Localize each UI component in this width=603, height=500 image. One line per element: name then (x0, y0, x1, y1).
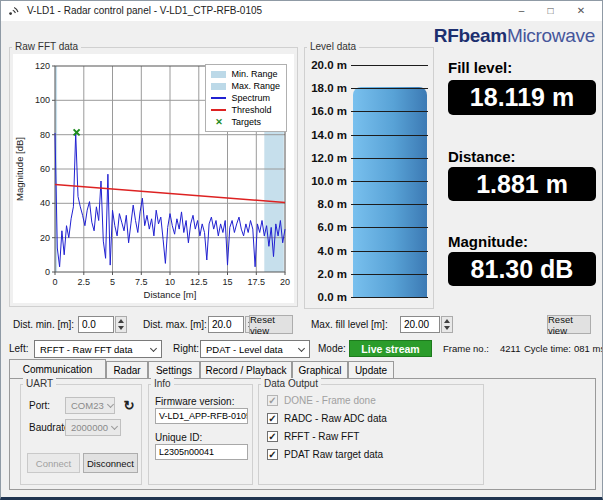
svg-text:17.5: 17.5 (248, 277, 266, 287)
fill-level-label: Fill level: (448, 59, 512, 76)
disconnect-button[interactable]: Disconnect (83, 453, 138, 473)
svg-text:10: 10 (165, 277, 175, 287)
legend-max-range: Max. Range (231, 80, 280, 92)
chevron-down-icon (150, 344, 157, 351)
magnitude-value: 81.30 dB (448, 252, 596, 286)
legend-threshold: Threshold (231, 104, 271, 116)
tab-graphical[interactable]: Graphical (292, 361, 348, 378)
tab-update[interactable]: Update (348, 361, 394, 378)
unique-id-field[interactable]: L2305n00041 (155, 444, 248, 460)
port-label: Port: (29, 400, 50, 411)
connect-button: Connect (27, 453, 80, 473)
communication-tab-panel: UART Port: COM23 ↻ Baudrate: 2000000 Con… (9, 378, 596, 490)
radc-checkbox-label: RADC - Raw ADC data (284, 413, 387, 424)
right-chart-select[interactable]: PDAT - Level data (200, 340, 310, 358)
fill-level-value: 18.119 m (448, 80, 596, 115)
pdat-checkbox[interactable]: ✓ (267, 449, 278, 460)
firmware-version-field[interactable]: V-LD1_APP-RFB-0105 (155, 408, 248, 424)
min-range-swatch-icon (211, 71, 226, 78)
legend-min-range: Min. Range (231, 68, 277, 80)
fft-chart-area[interactable]: 02.557.51012.51517.520020406080100120Dis… (13, 54, 294, 303)
left-chart-selected-value: RFFT - Raw FFT data (40, 344, 133, 355)
dist-min-stepper[interactable]: 0.0 (78, 316, 127, 333)
dist-min-input[interactable]: 0.0 (78, 316, 114, 333)
max-fill-stepper[interactable]: 20.00 (400, 316, 453, 333)
max-range-swatch-icon (211, 83, 226, 90)
level-data-group: Level data 20.0 m 18.0 m 16.0 m 14.0 m 1… (304, 47, 434, 309)
gauge-tick: 12.0 m (311, 151, 347, 165)
gauge-tick: 14.0 m (311, 128, 347, 142)
dist-min-down-button[interactable] (116, 325, 126, 333)
rfft-checkbox[interactable]: ✓ (267, 431, 278, 442)
max-fill-down-button[interactable] (442, 325, 452, 333)
raw-fft-group: Raw FFT data 02.557.51012.51517.52002040… (9, 47, 298, 307)
spectrum-line-icon (211, 97, 226, 99)
unique-id-label: Unique ID: (155, 432, 202, 443)
svg-text:120: 120 (35, 61, 50, 71)
done-checkbox-label: DONE - Frame done (284, 395, 376, 406)
data-output-group: Data Output ✓ DONE - Frame done ✓ RADC -… (258, 384, 484, 485)
gauge-tick: 10.0 m (311, 174, 347, 188)
svg-text:20: 20 (40, 233, 50, 243)
logo-bold-text: RFbeam (434, 25, 507, 46)
dist-min-label: Dist. min. [m]: (13, 319, 74, 330)
info-group-label: Info (151, 378, 174, 389)
app-icon (8, 5, 20, 17)
level-data-group-label: Level data (307, 41, 359, 52)
spinner-down-icon (118, 326, 124, 330)
svg-text:80: 80 (40, 130, 50, 140)
spinner-up-icon (444, 319, 450, 323)
chevron-down-icon (107, 401, 114, 408)
gauge-tick: 0.0 m (318, 290, 347, 304)
close-button[interactable]: ✕ (566, 1, 596, 20)
frame-no-label: Frame no.: (443, 343, 489, 354)
refresh-ports-icon[interactable]: ↻ (120, 396, 138, 414)
svg-text:0: 0 (45, 267, 50, 277)
tab-communication[interactable]: Communication (9, 359, 106, 378)
level-reset-view-button[interactable]: Reset view (547, 315, 591, 334)
app-window: V-LD1 - Radar control panel - V-LD1_CTP-… (0, 0, 603, 500)
minimize-button[interactable]: – (507, 1, 536, 20)
mode-label: Mode: (318, 343, 346, 354)
pdat-checkbox-row[interactable]: ✓ PDAT Raw target data (267, 449, 383, 460)
gauge-tick: 16.0 m (311, 104, 347, 118)
gauge-tick: 4.0 m (318, 244, 347, 258)
fill-level-bar (353, 87, 427, 297)
maximize-button[interactable]: □ (536, 1, 565, 20)
distance-value: 1.881 m (448, 167, 596, 201)
radc-checkbox-row[interactable]: ✓ RADC - Raw ADC data (267, 413, 387, 424)
fft-reset-view-button[interactable]: Reset view (249, 315, 293, 334)
tab-radar[interactable]: Radar (106, 361, 148, 378)
svg-text:40: 40 (40, 198, 50, 208)
distance-label: Distance: (448, 148, 516, 165)
rfft-checkbox-label: RFFT - Raw FFT (284, 431, 359, 442)
dist-min-up-button[interactable] (116, 317, 126, 325)
info-group: Info Firmware version: V-LD1_APP-RFB-010… (148, 384, 253, 485)
svg-text:15: 15 (222, 277, 232, 287)
rfbeam-logo: RFbeamMicrowave (434, 25, 595, 47)
firmware-version-label: Firmware version: (155, 396, 234, 407)
gauge-tick-labels: 20.0 m 18.0 m 16.0 m 14.0 m 12.0 m 10.0 … (307, 58, 347, 304)
right-chart-label: Right: (173, 343, 199, 354)
baudrate-selected-value: 2000000 (71, 422, 108, 433)
cycle-time-value: 081 ms (574, 343, 603, 354)
tab-settings[interactable]: Settings (148, 361, 200, 378)
svg-text:0: 0 (52, 277, 57, 287)
tab-record-playback[interactable]: Record / Playback (200, 361, 292, 378)
legend-targets: Targets (231, 116, 261, 128)
max-fill-up-button[interactable] (442, 317, 452, 325)
left-chart-select[interactable]: RFFT - Raw FFT data (34, 340, 162, 358)
svg-text:100: 100 (35, 95, 50, 105)
port-selected-value: COM23 (71, 400, 104, 411)
dist-max-input[interactable]: 20.0 (208, 316, 244, 333)
rfft-checkbox-row[interactable]: ✓ RFFT - Raw FFT (267, 431, 359, 442)
dist-max-label: Dist. max. [m]: (143, 319, 207, 330)
gauge-tick: 2.0 m (318, 267, 347, 281)
magnitude-label: Magnitude: (448, 233, 528, 250)
radc-checkbox[interactable]: ✓ (267, 413, 278, 424)
chevron-down-icon (111, 423, 118, 430)
max-fill-input[interactable]: 20.00 (400, 316, 440, 333)
fft-legend: Min. Range Max. Range Spectrum Threshold… (205, 64, 287, 132)
raw-fft-group-label: Raw FFT data (12, 41, 81, 52)
done-checkbox: ✓ (267, 395, 278, 406)
